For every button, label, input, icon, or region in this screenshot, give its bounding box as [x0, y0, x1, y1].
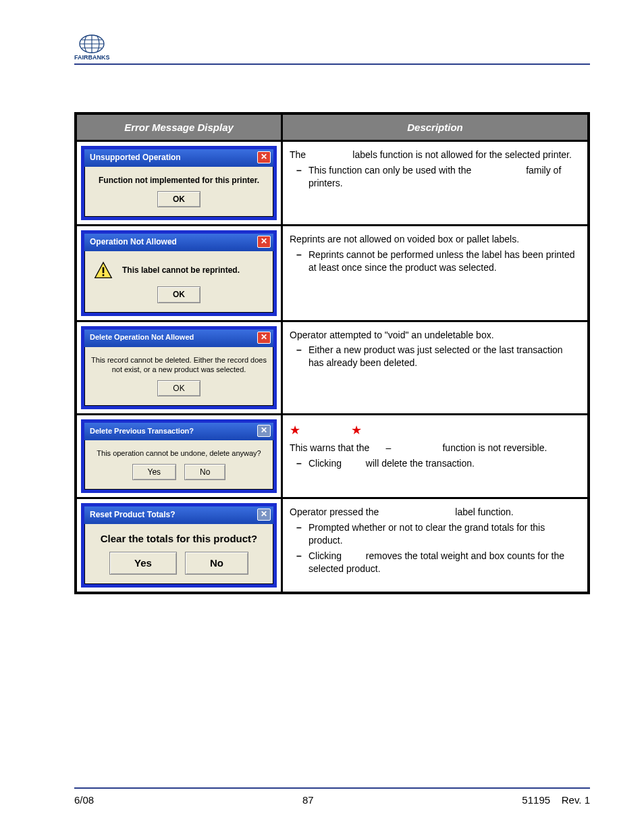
error-image-cell: Delete Operation Not Allowed ✕ This reco… [76, 321, 282, 415]
dialog-button[interactable]: Yes [132, 464, 177, 480]
logo: FAIRBANKS [74, 34, 110, 61]
warning-line: ★ WARNING ★ [290, 422, 579, 438]
dialog-titlebar: Delete Operation Not Allowed ✕ [84, 330, 273, 347]
table-row: Operation Not Allowed ✕ This label canno… [76, 226, 589, 321]
dialog-button[interactable]: OK [157, 286, 200, 303]
desc-bullet: Either a new product was just selected o… [296, 344, 579, 369]
logo-text: FAIRBANKS [74, 54, 110, 61]
footer-doc: 51195 Rev. 1 [522, 794, 590, 806]
desc-bullet: Prompted whether or not to clear the gra… [296, 521, 579, 547]
desc-list: Reprints cannot be performed unless the … [296, 249, 579, 274]
table-row: Delete Previous Transaction? ✕ This oper… [76, 415, 589, 498]
dialog-button[interactable]: No [184, 464, 225, 480]
table-row: Delete Operation Not Allowed ✕ This reco… [76, 321, 589, 415]
dialog-titlebar: Reset Product Totals? ✕ [84, 506, 273, 524]
desc-para: This warns that the F4 – VOID BOX functi… [290, 442, 579, 454]
close-icon[interactable]: ✕ [257, 425, 271, 437]
desc-list: This function can only be used with the … [296, 164, 579, 190]
footer-page: 87 [302, 794, 314, 806]
desc-bullet: Reprints cannot be performed unless the … [296, 249, 579, 274]
error-desc-cell: Reprints are not allowed on voided box o… [282, 226, 589, 321]
page: FAIRBANKS Section 8: Error Codes Error M… [0, 0, 644, 834]
footer: 6/08 87 51195 Rev. 1 [74, 787, 590, 806]
dialog: Delete Previous Transaction? ✕ This oper… [81, 419, 277, 493]
dialog-titlebar: Delete Previous Transaction? ✕ [84, 423, 273, 440]
dialog: Unsupported Operation ✕ Function not imp… [81, 146, 277, 220]
desc-para: Reprints are not allowed on voided box o… [290, 233, 579, 246]
desc-bullet: This function can only be used with the … [296, 164, 579, 190]
error-image-cell: Operation Not Allowed ✕ This label canno… [76, 226, 282, 321]
error-desc-cell: ★ WARNING ★This warns that the F4 – VOID… [282, 415, 589, 498]
desc-bullet: Clicking YES will delete the transaction… [296, 457, 579, 470]
desc-list: Prompted whether or not to clear the gra… [296, 521, 579, 575]
dialog-title: Operation Not Allowed [90, 236, 177, 247]
col-header-left: Error Message Display [76, 113, 282, 141]
error-image-cell: Unsupported Operation ✕ Function not imp… [76, 141, 282, 226]
footer-date: 6/08 [74, 794, 94, 806]
col-header-right: Description [282, 113, 589, 141]
error-desc-cell: Operator pressed the RESET TOTALS label … [282, 498, 589, 593]
error-image-cell: Reset Product Totals? ✕ Clear the totals… [76, 498, 282, 593]
svg-rect-3 [103, 275, 105, 277]
desc-list: Either a new product was just selected o… [296, 344, 579, 369]
dialog-title: Unsupported Operation [90, 152, 181, 163]
close-icon[interactable]: ✕ [257, 332, 271, 344]
header: FAIRBANKS Section 8: Error Codes [74, 34, 590, 65]
dialog-button[interactable]: OK [157, 191, 200, 207]
dialog-button[interactable]: No [185, 552, 248, 575]
error-image-cell: Delete Previous Transaction? ✕ This oper… [76, 415, 282, 498]
dialog-button[interactable]: Yes [109, 552, 177, 575]
dialog-titlebar: Unsupported Operation ✕ [84, 149, 273, 167]
desc-para: Operator pressed the RESET TOTALS label … [290, 506, 579, 519]
error-table: Error Message Display Description Unsupp… [74, 112, 590, 594]
dialog: Operation Not Allowed ✕ This label canno… [81, 230, 277, 315]
section-title: Section 8: Error Codes [118, 47, 590, 61]
close-icon[interactable]: ✕ [257, 509, 271, 521]
close-icon[interactable]: ✕ [257, 236, 271, 248]
dialog-title: Delete Operation Not Allowed [90, 332, 194, 342]
dialog: Delete Operation Not Allowed ✕ This reco… [81, 326, 277, 410]
close-icon[interactable]: ✕ [257, 151, 271, 163]
desc-list: Clicking YES will delete the transaction… [296, 457, 579, 470]
dialog: Reset Product Totals? ✕ Clear the totals… [81, 503, 277, 588]
table-row: Reset Product Totals? ✕ Clear the totals… [76, 498, 589, 593]
dialog-title: Delete Previous Transaction? [90, 426, 194, 436]
dialog-title: Reset Product Totals? [90, 509, 175, 520]
desc-bullet: Clicking YES removes the total weight an… [296, 550, 579, 575]
svg-rect-2 [103, 267, 105, 273]
dialog-button[interactable]: OK [157, 380, 200, 396]
dialog-titlebar: Operation Not Allowed ✕ [84, 234, 273, 251]
error-desc-cell: Operator attempted to "void" an undeleta… [282, 321, 589, 415]
desc-para: The REPRINT labels function is not allow… [290, 149, 579, 161]
error-desc-cell: The REPRINT labels function is not allow… [282, 141, 589, 226]
table-row: Unsupported Operation ✕ Function not imp… [76, 141, 589, 226]
desc-para: Operator attempted to "void" an undeleta… [290, 329, 579, 342]
globe-icon [78, 34, 106, 54]
